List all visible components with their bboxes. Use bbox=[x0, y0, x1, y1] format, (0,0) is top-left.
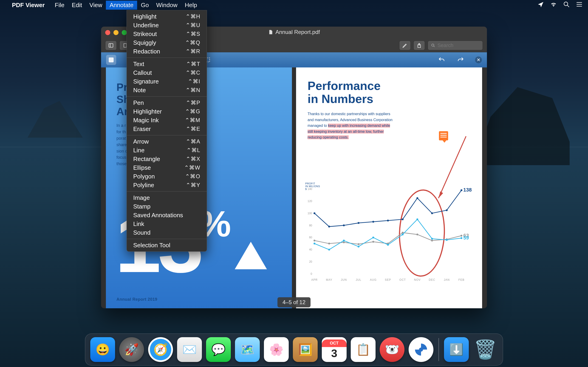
dd-item-shortcut: ⌃⌘X bbox=[186, 156, 200, 162]
dd-item-saved-annotations[interactable]: Saved Annotations bbox=[127, 211, 207, 219]
dock-app-messages[interactable]: 💬 bbox=[206, 337, 231, 362]
dd-item-link[interactable]: Link bbox=[127, 219, 207, 228]
menu-edit[interactable]: Edit bbox=[68, 1, 86, 10]
svg-point-13 bbox=[432, 44, 434, 46]
dd-item-shortcut: ⌃⌘C bbox=[186, 69, 200, 76]
svg-point-82 bbox=[419, 348, 423, 352]
left-footer: Annual Report 2019 bbox=[116, 297, 157, 302]
close-annotation-bar-button[interactable]: ✕ bbox=[475, 56, 482, 63]
svg-point-74 bbox=[387, 244, 389, 246]
dd-item-pen[interactable]: Pen⌃⌘P bbox=[127, 98, 207, 107]
menu-annotate[interactable]: Annotate bbox=[106, 1, 137, 10]
dock-app-bear[interactable]: 🐻‍❄️ bbox=[380, 337, 405, 362]
dd-item-redaction[interactable]: Redaction⌃⌘R bbox=[127, 47, 207, 56]
dd-item-underline[interactable]: Underline⌃⌘U bbox=[127, 21, 207, 30]
dock-app-calendar[interactable]: OCT 3 bbox=[322, 337, 346, 362]
dock-app-pspdfkit[interactable] bbox=[409, 337, 433, 362]
svg-point-63 bbox=[402, 232, 404, 234]
svg-rect-2 bbox=[577, 2, 582, 2]
svg-point-61 bbox=[372, 241, 374, 243]
dd-item-rectangle[interactable]: Rectangle⌃⌘X bbox=[127, 155, 207, 163]
svg-point-71 bbox=[343, 240, 345, 242]
dd-item-note[interactable]: Note⌃⌘N bbox=[127, 86, 207, 94]
dock-downloads[interactable]: ⬇️ bbox=[444, 337, 469, 362]
svg-text:MAY: MAY bbox=[326, 278, 332, 282]
svg-text:JUN: JUN bbox=[341, 278, 347, 282]
sidebar-toggle-button[interactable] bbox=[105, 41, 117, 50]
svg-point-57 bbox=[313, 240, 315, 242]
dd-item-highlighter[interactable]: Highlighter⌃⌘G bbox=[127, 107, 207, 116]
wifi-icon[interactable] bbox=[550, 1, 557, 9]
menu-file[interactable]: File bbox=[51, 1, 68, 10]
menu-window[interactable]: Window bbox=[153, 1, 181, 10]
annotate-toggle-button[interactable] bbox=[399, 41, 411, 50]
dock-app-reminders[interactable]: 📋 bbox=[351, 337, 376, 362]
dd-item-highlight[interactable]: Highlight⌃⌘H bbox=[127, 12, 207, 21]
dd-item-magic-ink[interactable]: Magic Ink⌃⌘M bbox=[127, 116, 207, 125]
svg-rect-4 bbox=[577, 6, 582, 6]
dock-trash[interactable]: 🗑️ bbox=[473, 337, 498, 362]
dd-item-polygon[interactable]: Polygon⌃⌘O bbox=[127, 172, 207, 181]
svg-point-46 bbox=[328, 226, 330, 227]
search-field[interactable] bbox=[428, 41, 483, 50]
dd-item-stamp[interactable]: Stamp bbox=[127, 202, 207, 211]
dd-item-strikeout[interactable]: Strikeout⌃⌘S bbox=[127, 30, 207, 38]
spotlight-icon[interactable] bbox=[563, 1, 570, 9]
dd-item-label: Saved Annotations bbox=[133, 212, 183, 219]
location-icon[interactable] bbox=[537, 1, 544, 9]
dock-app-preview[interactable]: 🖼️ bbox=[293, 337, 318, 362]
dd-item-shortcut: ⌃⌘S bbox=[186, 31, 200, 37]
svg-text:0: 0 bbox=[311, 272, 312, 275]
dock-app-mail[interactable]: ✉️ bbox=[177, 337, 202, 362]
dd-item-label: Callout bbox=[133, 69, 152, 76]
document-icon bbox=[268, 30, 273, 35]
redo-button[interactable] bbox=[456, 55, 466, 65]
dd-item-label: Selection Tool bbox=[133, 242, 170, 249]
dock-divider bbox=[439, 338, 439, 361]
dock-app-finder[interactable]: 😀 bbox=[90, 337, 115, 362]
dd-item-callout[interactable]: Callout⌃⌘C bbox=[127, 68, 207, 77]
dd-item-eraser[interactable]: Eraser⌃⌘E bbox=[127, 125, 207, 133]
svg-text:OCT: OCT bbox=[399, 278, 406, 282]
svg-point-50 bbox=[387, 219, 389, 221]
dd-item-shortcut: ⌃⌘P bbox=[186, 100, 200, 106]
share-button[interactable] bbox=[414, 41, 425, 50]
dock-app-safari[interactable]: 🧭 bbox=[148, 337, 173, 362]
dd-item-selection-tool[interactable]: Selection Tool bbox=[127, 241, 207, 250]
svg-point-51 bbox=[402, 218, 404, 220]
menu-help[interactable]: Help bbox=[181, 1, 200, 10]
dock-app-launchpad[interactable]: 🚀 bbox=[119, 337, 144, 362]
dd-item-signature[interactable]: Signature⌃⌘I bbox=[127, 77, 207, 86]
undo-button[interactable] bbox=[436, 55, 447, 65]
svg-text:140: 140 bbox=[308, 187, 312, 191]
svg-text:80: 80 bbox=[309, 224, 312, 227]
dd-item-label: Ellipse bbox=[133, 164, 151, 171]
dd-item-label: Highlight bbox=[133, 13, 156, 20]
menu-go[interactable]: Go bbox=[137, 1, 153, 10]
dd-item-polyline[interactable]: Polyline⌃⌘Y bbox=[127, 181, 207, 190]
dock-app-photos[interactable]: 🌸 bbox=[264, 337, 289, 362]
dd-item-text[interactable]: Text⌃⌘T bbox=[127, 60, 207, 68]
chart-svg: 020406080100120140APRMAYJUNJULAUGSEPOCTN… bbox=[305, 182, 475, 283]
dd-item-shortcut: ⌃⌘A bbox=[186, 138, 200, 145]
dd-item-line[interactable]: Line⌃⌘L bbox=[127, 146, 207, 155]
svg-line-14 bbox=[434, 46, 435, 47]
app-name[interactable]: PDF Viewer bbox=[12, 2, 45, 9]
svg-text:A: A bbox=[110, 58, 112, 62]
tool-highlight-icon[interactable]: A bbox=[106, 55, 116, 65]
control-center-icon[interactable] bbox=[576, 1, 582, 9]
dd-item-image[interactable]: Image bbox=[127, 193, 207, 202]
dd-item-ellipse[interactable]: Ellipse⌃⌘W bbox=[127, 163, 207, 172]
dd-item-arrow[interactable]: Arrow⌃⌘A bbox=[127, 137, 207, 146]
dd-item-shortcut: ⌃⌘H bbox=[186, 13, 200, 20]
search-input[interactable] bbox=[437, 42, 479, 48]
dock-app-maps[interactable]: 🗺️ bbox=[235, 337, 260, 362]
dd-item-label: Redaction bbox=[133, 48, 160, 55]
right-paragraph: Thanks to our domestic partnerships with… bbox=[308, 111, 393, 140]
menu-view[interactable]: View bbox=[86, 1, 106, 10]
window-title: Annual Report.pdf bbox=[275, 29, 320, 35]
dd-item-sound[interactable]: Sound bbox=[127, 228, 207, 237]
dd-item-label: Pen bbox=[133, 99, 144, 106]
dd-item-squiggly[interactable]: Squiggly⌃⌘Q bbox=[127, 38, 207, 47]
svg-point-58 bbox=[328, 243, 330, 244]
